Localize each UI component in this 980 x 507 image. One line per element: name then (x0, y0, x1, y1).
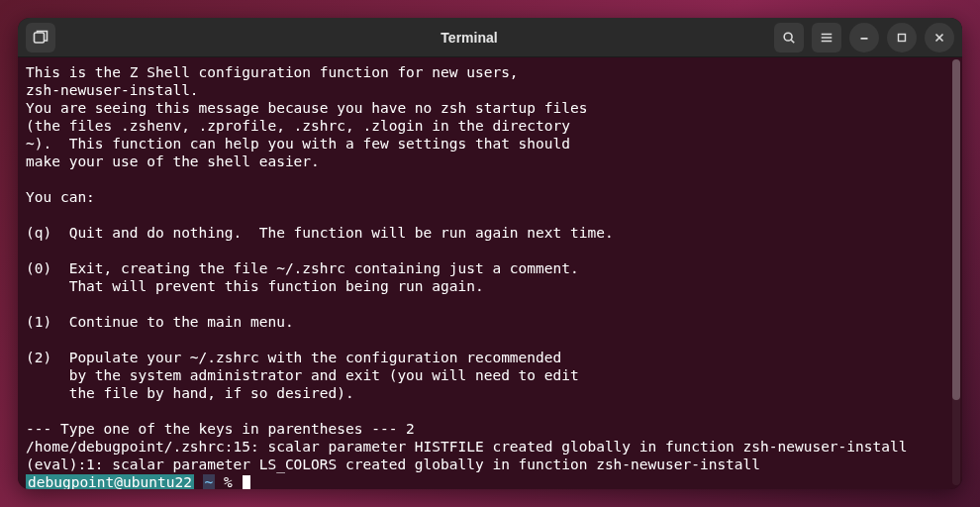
new-tab-button[interactable] (26, 23, 55, 52)
svg-rect-0 (35, 33, 45, 43)
minimize-icon (857, 31, 871, 45)
new-tab-icon (33, 30, 49, 46)
window-title: Terminal (164, 30, 774, 46)
search-button[interactable] (774, 23, 804, 52)
close-button[interactable] (925, 23, 954, 52)
scrollbar-thumb[interactable] (952, 59, 960, 400)
maximize-icon (895, 31, 909, 45)
prompt-path: ~ (203, 474, 216, 489)
maximize-button[interactable] (887, 23, 917, 52)
menu-button[interactable] (812, 23, 841, 52)
terminal-window: Terminal (18, 18, 962, 489)
prompt-user: debugpoint@ubuntu22 (26, 474, 194, 489)
search-icon (782, 31, 796, 45)
minimize-button[interactable] (849, 23, 879, 52)
titlebar: Terminal (18, 18, 962, 57)
close-icon (932, 31, 946, 45)
svg-rect-7 (899, 34, 906, 41)
cursor (243, 475, 250, 489)
svg-line-2 (791, 40, 794, 43)
prompt-symbol: % (224, 474, 233, 489)
hamburger-menu-icon (820, 31, 833, 45)
svg-point-1 (784, 33, 792, 41)
terminal-output[interactable]: This is the Z Shell configuration functi… (18, 57, 962, 489)
scrollbar[interactable] (952, 59, 960, 485)
